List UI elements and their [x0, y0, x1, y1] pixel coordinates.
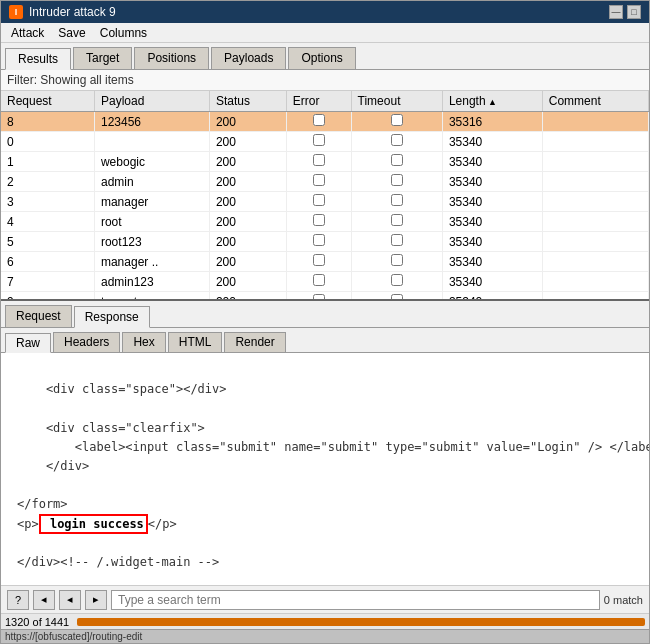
- table-cell: root123: [94, 232, 209, 252]
- table-cell: 200: [209, 112, 286, 132]
- response-line: [17, 534, 633, 553]
- tab-positions[interactable]: Positions: [134, 47, 209, 69]
- table-cell: [351, 212, 442, 232]
- response-line: [17, 572, 633, 585]
- minimize-button[interactable]: —: [609, 5, 623, 19]
- table-cell: [286, 112, 351, 132]
- menu-bar: Attack Save Columns: [1, 23, 649, 43]
- table-row[interactable]: 6manager ..20035340: [1, 252, 649, 272]
- tab-results[interactable]: Results: [5, 48, 71, 70]
- table-cell: 5: [1, 232, 94, 252]
- table-cell: 0: [1, 132, 94, 152]
- response-line: </div><!-- /.widget-main -->: [17, 553, 633, 572]
- response-line: <label><input class="submit" name="submi…: [17, 438, 633, 457]
- window-title: Intruder attack 9: [29, 5, 116, 19]
- url-bar: https://[obfuscated]/routing-edit: [1, 629, 649, 643]
- col-request[interactable]: Request: [1, 91, 94, 112]
- raw-tab-raw[interactable]: Raw: [5, 333, 51, 353]
- search-input[interactable]: [111, 590, 600, 610]
- title-bar-left: I Intruder attack 9: [9, 5, 116, 19]
- col-error[interactable]: Error: [286, 91, 351, 112]
- col-status[interactable]: Status: [209, 91, 286, 112]
- prev-prev-button[interactable]: ◂: [33, 590, 55, 610]
- table-row[interactable]: 5root12320035340: [1, 232, 649, 252]
- response-line: <p> login success</p>: [17, 515, 633, 534]
- app-icon: I: [9, 5, 23, 19]
- table-cell: 3: [1, 192, 94, 212]
- raw-tab-render[interactable]: Render: [224, 332, 285, 352]
- table-row[interactable]: 020035340: [1, 132, 649, 152]
- raw-tabs-bar: Raw Headers Hex HTML Render: [1, 328, 649, 353]
- help-button[interactable]: ?: [7, 590, 29, 610]
- table-cell: 35340: [442, 232, 542, 252]
- response-line: [17, 361, 633, 380]
- table-row[interactable]: 7admin12320035340: [1, 272, 649, 292]
- col-length[interactable]: Length: [442, 91, 542, 112]
- sub-tab-response[interactable]: Response: [74, 306, 150, 328]
- table-cell: webogic: [94, 152, 209, 172]
- table-cell: [542, 172, 648, 192]
- table-row[interactable]: 1webogic20035340: [1, 152, 649, 172]
- table-cell: admin123: [94, 272, 209, 292]
- menu-save[interactable]: Save: [52, 25, 91, 41]
- table-cell: 200: [209, 212, 286, 232]
- table-cell: 200: [209, 152, 286, 172]
- main-tabs-bar: Results Target Positions Payloads Option…: [1, 43, 649, 70]
- raw-tab-hex[interactable]: Hex: [122, 332, 165, 352]
- menu-attack[interactable]: Attack: [5, 25, 50, 41]
- table-cell: 7: [1, 272, 94, 292]
- table-cell: 200: [209, 132, 286, 152]
- table-cell: [542, 212, 648, 232]
- filter-bar: Filter: Showing all items: [1, 70, 649, 91]
- progress-text: 1320 of 1441: [5, 616, 69, 628]
- table-cell: 123456: [94, 112, 209, 132]
- table-cell: [351, 232, 442, 252]
- tab-options[interactable]: Options: [288, 47, 355, 69]
- table-cell: 200: [209, 272, 286, 292]
- main-window: I Intruder attack 9 — □ Attack Save Colu…: [0, 0, 650, 644]
- next-button[interactable]: ▸: [85, 590, 107, 610]
- table-cell: [286, 212, 351, 232]
- table-row[interactable]: 812345620035316: [1, 112, 649, 132]
- results-table: Request Payload Status Error Timeout Len…: [1, 91, 649, 301]
- title-bar: I Intruder attack 9 — □: [1, 1, 649, 23]
- table-cell: 200: [209, 192, 286, 212]
- tab-payloads[interactable]: Payloads: [211, 47, 286, 69]
- table-cell: 35340: [442, 212, 542, 232]
- table-cell: tomcat: [94, 292, 209, 302]
- table-cell: [542, 272, 648, 292]
- table-row[interactable]: 9tomcat20035340: [1, 292, 649, 302]
- status-bar: 1320 of 1441: [1, 613, 649, 629]
- url-text: https://[obfuscated]/routing-edit: [5, 631, 142, 642]
- table-cell: 200: [209, 252, 286, 272]
- tab-target[interactable]: Target: [73, 47, 132, 69]
- maximize-button[interactable]: □: [627, 5, 641, 19]
- raw-tab-html[interactable]: HTML: [168, 332, 223, 352]
- table-cell: 35340: [442, 172, 542, 192]
- table-cell: 200: [209, 232, 286, 252]
- table-row[interactable]: 2admin20035340: [1, 172, 649, 192]
- table-row[interactable]: 4root20035340: [1, 212, 649, 232]
- table-body: 8123456200353160200353401webogic20035340…: [1, 112, 649, 302]
- table-cell: 35340: [442, 252, 542, 272]
- sub-tab-request[interactable]: Request: [5, 305, 72, 327]
- table-cell: [94, 132, 209, 152]
- response-line: [17, 399, 633, 418]
- col-payload[interactable]: Payload: [94, 91, 209, 112]
- table-row[interactable]: 3manager20035340: [1, 192, 649, 212]
- col-comment[interactable]: Comment: [542, 91, 648, 112]
- table-cell: 200: [209, 172, 286, 192]
- table-cell: [286, 132, 351, 152]
- prev-button[interactable]: ◂: [59, 590, 81, 610]
- table-cell: 200: [209, 292, 286, 302]
- table-cell: 1: [1, 152, 94, 172]
- table-cell: 2: [1, 172, 94, 192]
- table-cell: [542, 192, 648, 212]
- raw-tab-headers[interactable]: Headers: [53, 332, 120, 352]
- col-timeout[interactable]: Timeout: [351, 91, 442, 112]
- table-cell: [286, 232, 351, 252]
- filter-text: Filter: Showing all items: [7, 73, 134, 87]
- table-cell: 35340: [442, 192, 542, 212]
- table-cell: [351, 132, 442, 152]
- menu-columns[interactable]: Columns: [94, 25, 153, 41]
